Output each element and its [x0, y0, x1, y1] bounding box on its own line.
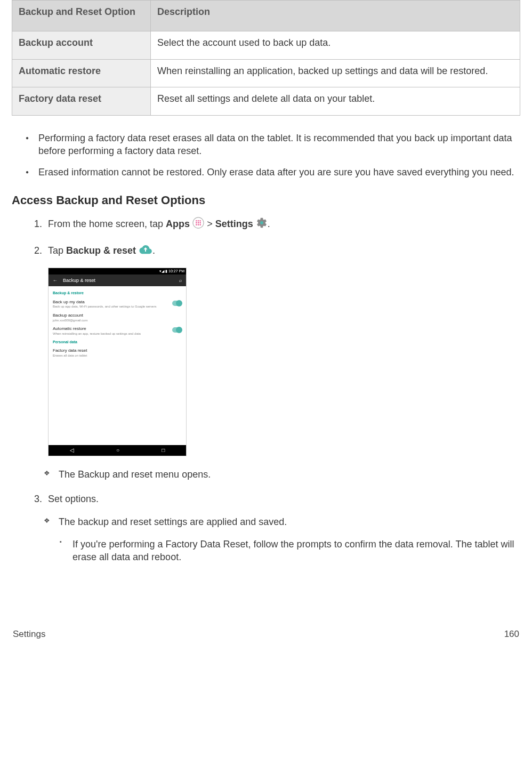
statusbar-time: 10:27 PM	[168, 269, 184, 273]
cell-desc: Select the account used to back up data.	[151, 31, 520, 59]
table-row: Backup account Select the account used t…	[12, 31, 520, 59]
toggle-switch[interactable]	[172, 301, 182, 306]
device-screenshot: ▾◢ ▮ 10:27 PM ← Backup & reset ⌕ Backup …	[48, 268, 187, 456]
toggle-switch[interactable]	[172, 327, 182, 333]
table-row: Factory data reset Reset all settings an…	[12, 87, 520, 115]
footer-section: Settings	[13, 629, 45, 640]
apps-icon	[192, 217, 204, 232]
nav-home-icon[interactable]: ○	[116, 447, 119, 454]
appbar: ← Backup & reset ⌕	[49, 274, 186, 286]
svg-point-7	[196, 224, 197, 225]
sub-note: The Backup and reset menu opens.	[59, 468, 520, 481]
step-item: From the home screen, tap Apps > Setting…	[45, 217, 520, 232]
search-icon[interactable]: ⌕	[179, 277, 182, 284]
sub-note: The backup and reset settings are applie…	[59, 515, 520, 528]
settings-icon	[256, 217, 268, 232]
svg-point-10	[260, 222, 263, 225]
nav-recent-icon[interactable]: □	[162, 447, 165, 454]
th-option: Backup and Reset Option	[12, 1, 151, 31]
svg-point-5	[198, 222, 199, 223]
svg-point-3	[200, 221, 201, 222]
step-item: Tap Backup & reset . ▾◢ ▮ 10:27 PM ← Bac…	[45, 244, 520, 481]
statusbar: ▾◢ ▮ 10:27 PM	[49, 268, 186, 274]
section-heading: Access Backup and Reset Options	[12, 193, 520, 207]
section-label: Backup & restore	[53, 290, 182, 295]
cell-option: Backup account	[12, 31, 151, 59]
settings-label: Settings	[215, 219, 253, 229]
svg-point-4	[196, 222, 197, 223]
list-item[interactable]: Factory data reset Erases all data on ta…	[53, 346, 182, 360]
options-table: Backup and Reset Option Description Back…	[12, 0, 520, 116]
appbar-title: Backup & reset	[63, 277, 174, 284]
back-icon[interactable]: ←	[53, 277, 58, 284]
cell-option: Automatic restore	[12, 59, 151, 87]
list-item[interactable]: Automatic restore When reinstalling an a…	[53, 325, 182, 338]
cell-desc: Reset all settings and delete all data o…	[151, 87, 520, 115]
svg-point-9	[200, 224, 201, 225]
section-label: Personal data	[53, 340, 182, 344]
screen-body: Backup & restore Back up my data Back up…	[49, 286, 186, 445]
nav-back-icon[interactable]: ◁	[70, 447, 74, 454]
page-footer: Settings 160	[12, 576, 520, 644]
step-item: Set options. The backup and reset settin…	[45, 492, 520, 563]
steps-list: From the home screen, tap Apps > Setting…	[12, 217, 520, 563]
warning-list: Performing a factory data reset erases a…	[12, 132, 520, 179]
footer-page-number: 160	[504, 629, 519, 640]
cloud-upload-icon	[139, 244, 152, 258]
warning-item: Erased information cannot be restored. O…	[38, 166, 520, 179]
svg-point-8	[198, 224, 199, 225]
svg-point-6	[200, 222, 201, 223]
backup-reset-label: Backup & reset	[66, 245, 136, 256]
warning-item: Performing a factory data reset erases a…	[38, 132, 520, 158]
sub-note: If you're performing a Factory Data Rese…	[72, 538, 520, 564]
cell-desc: When reinstalling an application, backed…	[151, 59, 520, 87]
cell-option: Factory data reset	[12, 87, 151, 115]
system-navbar: ◁ ○ □	[49, 445, 186, 456]
list-item[interactable]: Backup account john.xxx000@gmail.com	[53, 311, 182, 325]
svg-point-2	[198, 221, 199, 222]
battery-icon: ▮	[165, 269, 167, 273]
signal-icon: ▾◢	[159, 269, 164, 273]
list-item[interactable]: Back up my data Back up app data, Wi-Fi …	[53, 298, 182, 311]
svg-point-1	[196, 221, 197, 222]
table-row: Automatic restore When reinstalling an a…	[12, 59, 520, 87]
apps-label: Apps	[166, 219, 190, 229]
th-desc: Description	[151, 1, 520, 31]
